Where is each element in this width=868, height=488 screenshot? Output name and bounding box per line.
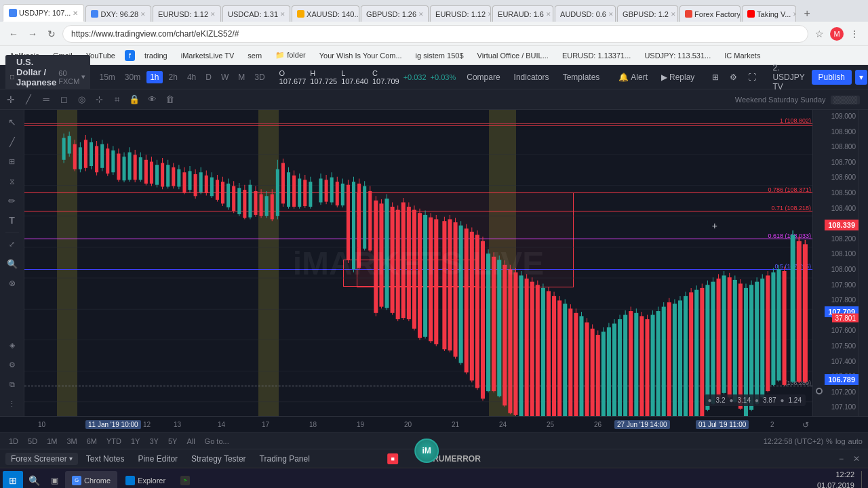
tab-eurusd[interactable]: EURUSD: 1.12 ✕ [153,5,221,22]
extensions-button[interactable]: M [830,27,844,41]
period-all[interactable]: All [183,436,198,447]
draw-tool-6[interactable]: ⌗ [108,92,125,108]
taskbar-explorer[interactable]: Explorer [119,471,172,489]
bookmark-facebook[interactable]: f [125,50,135,61]
forward-button[interactable]: → [24,26,41,42]
magnet-tool[interactable]: ⊗ [3,274,22,293]
tab-dxy[interactable]: DXY: 96.28 ✕ [85,5,151,22]
period-5y[interactable]: 5Y [165,436,180,447]
reload-button[interactable]: ↻ [43,26,60,42]
period-6m[interactable]: 6M [83,436,100,447]
tab-eurusd2[interactable]: EURUSD: 1.12 ✕ [430,5,491,22]
scale-type[interactable]: log [835,437,846,445]
timeframe-d[interactable]: D [202,71,215,83]
period-1d[interactable]: 1D [5,436,22,447]
bookmark-ig[interactable]: ig sistem 150$ [412,50,468,61]
draw-tool-5[interactable]: ⊹ [91,92,107,108]
forex-screener-button[interactable]: Forex Screener ▾ [5,453,78,465]
zoom-tool[interactable]: 🔍 [3,254,22,273]
draw-tool-4[interactable]: ◎ [73,92,90,108]
period-3y[interactable]: 3Y [146,436,161,447]
gann-tool[interactable]: ⧖ [3,171,22,190]
draw-tool-2[interactable]: ═ [38,92,54,108]
bookmark-folder[interactable]: 📁 folder [271,49,310,61]
tab-xauusd[interactable]: XAUUSD: 140... ✕ [292,5,359,22]
period-ytd[interactable]: YTD [103,436,125,447]
new-tab-button[interactable]: + [799,5,815,22]
indicators-button[interactable]: Indicators [509,70,555,85]
templates-button[interactable]: Templates [557,70,606,85]
chart-area[interactable]: iMARKETS LIVE 1 (108.802) 0.786 (108.371… [24,110,812,416]
scale-mode[interactable]: auto [848,437,863,445]
bookmark-virtual[interactable]: Virtual Office / BUIL... [473,50,553,61]
template-tool[interactable]: ⧉ [3,375,22,394]
bookmark-imarketslive[interactable]: iMarketsLive TV [177,50,239,61]
taskview-button[interactable]: ▣ [45,471,64,489]
tab-gbpusd[interactable]: GBPUSD: 1.26 ✕ [361,5,429,22]
layout-button[interactable]: ⊞ [708,70,723,85]
draw-tool-eye[interactable]: 👁 [144,92,160,108]
panel-close-button[interactable]: ✕ [850,453,863,465]
draw-tool-3[interactable]: ◻ [56,92,72,108]
right-scroll-panel[interactable] [859,110,868,416]
draw-tool-1[interactable]: ╱ [20,92,37,108]
tab-usdcad[interactable]: USDCAD: 1.31 ✕ [222,5,290,22]
bookmark-wish[interactable]: Your Wish Is Your Com... [315,50,406,61]
tab-euraud[interactable]: EURAUD: 1.6 ✕ [492,5,553,22]
start-button[interactable]: ⊞ [3,471,23,489]
brush-tool[interactable]: ✏ [3,191,22,210]
trading-panel-button[interactable]: Trading Panel [254,453,315,465]
tab-audusd[interactable]: AUDUSD: 0.6 ✕ [555,5,616,22]
bookmark-eurusd[interactable]: EURUSD: 1.13371... [558,50,635,61]
strategy-tester-button[interactable]: Strategy Tester [186,453,251,465]
settings-panel-tool[interactable]: ⚙ [3,355,22,374]
bookmark-trading[interactable]: trading [140,50,172,61]
bookmark-icmarkets[interactable]: IC Markets [720,50,764,61]
tab-video[interactable]: Taking V... ✕ [742,5,796,22]
scroll-to-end[interactable]: ↺ [799,418,812,432]
text-notes-button[interactable]: Text Notes [81,453,130,465]
fib-tool[interactable]: ⊞ [3,152,22,171]
scale-pct[interactable]: % [826,437,833,445]
draw-tool-lock[interactable]: 🔒 [126,92,142,108]
pine-editor-button[interactable]: Pine Editor [132,453,183,465]
publish-button[interactable]: Publish [812,70,852,85]
period-1y[interactable]: 1Y [127,436,143,447]
timeframe-m[interactable]: M [235,71,248,83]
period-3m[interactable]: 3M [63,436,80,447]
address-bar[interactable] [62,25,808,43]
period-5d[interactable]: 5D [24,436,41,447]
period-1m[interactable]: 1M [43,436,60,447]
back-button[interactable]: ← [5,26,22,42]
compare-button[interactable]: Compare [461,70,505,85]
goto-field[interactable]: Go to... [201,436,233,447]
cursor-tool[interactable]: ↖ [3,113,22,131]
timeframe-1h[interactable]: 1h [146,71,162,83]
tab-forexfactory[interactable]: Forex Factory ✕ [679,5,741,22]
bookmark-sem[interactable]: sem [243,50,266,61]
tab-usdjpy[interactable]: USDJPY: 107... ✕ [3,4,84,22]
show-desktop-button[interactable] [861,471,865,489]
taskbar-terminal[interactable]: > [174,471,197,489]
measure-tool[interactable]: ⤢ [3,235,22,253]
replay-button[interactable]: ▶ Replay [656,70,700,85]
trend-line-tool[interactable]: ╱ [3,132,22,151]
timeframe-4h[interactable]: 4h [184,71,199,83]
search-button[interactable]: 🔍 [24,471,43,489]
alert-button[interactable]: 🔔 Alert [613,70,653,85]
panel-hide-button[interactable]: − [836,453,846,465]
color-picker[interactable]: ◈ [3,336,22,354]
tab-gbpusd2[interactable]: GBPUSD: 1.2 ✕ [617,5,678,22]
draw-tool-trash[interactable]: 🗑 [161,92,178,108]
crosshair-tool[interactable]: ✛ [3,92,19,108]
bookmark-usdjpy[interactable]: USDJPY: 113.531... [640,50,715,61]
settings-button[interactable]: ⚙ [726,70,741,85]
fullscreen-button[interactable]: ⛶ [744,70,760,85]
timeframe-30m[interactable]: 30m [121,71,144,83]
timeframe-2h[interactable]: 2h [165,71,181,83]
text-tool[interactable]: T [3,211,22,230]
timeframe-3d[interactable]: 3D [251,71,268,83]
more-button[interactable]: ▾ [855,70,867,85]
more-tools[interactable]: ⋮ [3,394,22,413]
timeframe-w[interactable]: W [218,71,232,83]
